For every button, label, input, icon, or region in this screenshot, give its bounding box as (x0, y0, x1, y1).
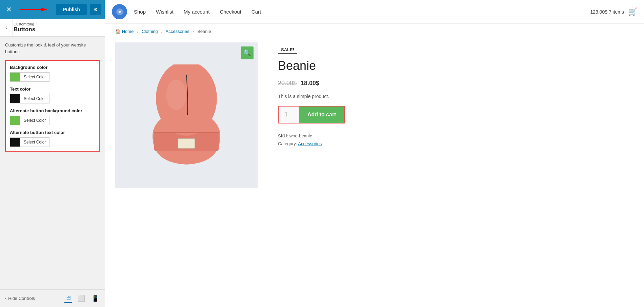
nav-my-account[interactable]: My account (184, 9, 210, 15)
category-label: Category: (278, 141, 297, 146)
site-header: Shop Wishlist My account Checkout Cart 1… (105, 0, 644, 24)
site-nav: Shop Wishlist My account Checkout Cart (134, 9, 261, 15)
breadcrumb-home[interactable]: Home (122, 29, 134, 34)
alt-bg-select-color-button[interactable]: Select Color (20, 116, 49, 125)
product-description: This is a simple product. (278, 94, 634, 99)
breadcrumb-clothing[interactable]: Clothing (142, 29, 158, 34)
nav-checkout[interactable]: Checkout (220, 9, 241, 15)
publish-button[interactable]: Publish (56, 4, 87, 15)
bottom-bar: ‹ Hide Controls 🖥 ⬜ 📱 (0, 289, 105, 307)
product-meta: SKU: woo-beanie Category: Accessories (278, 132, 634, 148)
product-image: 🔍 (115, 42, 258, 188)
price-area: 20.00$ 18.00$ (278, 80, 634, 87)
cart-area: 123.00$ 7 items 🛒 (590, 7, 637, 16)
desktop-icon-button[interactable]: 🖥 (64, 294, 72, 303)
text-color-label: Text color (10, 87, 95, 92)
nav-wishlist[interactable]: Wishlist (156, 9, 174, 15)
customizer-panel: ✕ Publish ⚙ ‹ Customizing Buttons Custom… (0, 0, 105, 307)
text-select-color-button[interactable]: Select Color (20, 94, 49, 103)
new-price: 18.00$ (301, 80, 319, 87)
panel-content: Customize the look & feel of your websit… (0, 37, 105, 289)
arrow-indicator (20, 6, 47, 13)
section-breadcrumb: ‹ Customizing Buttons (0, 19, 105, 37)
site-preview: Shop Wishlist My account Checkout Cart 1… (105, 0, 644, 307)
home-icon: 🏠 (115, 29, 121, 34)
color-section: Background color Select Color Text color… (5, 60, 100, 152)
top-bar: ✕ Publish ⚙ (0, 0, 105, 19)
product-name: Beanie (278, 59, 634, 73)
sku-value: woo-beanie (289, 133, 312, 138)
tablet-icon-button[interactable]: ⬜ (77, 294, 86, 303)
nav-cart[interactable]: Cart (251, 9, 261, 15)
description-text: Customize the look & feel of your websit… (5, 42, 100, 55)
breadcrumb-sep-3: › (193, 29, 194, 34)
cart-icon[interactable]: 🛒 (628, 7, 637, 16)
background-color-row: Background color Select Color (10, 65, 95, 82)
breadcrumb-sep-1: › (137, 29, 138, 34)
quantity-input[interactable] (279, 107, 299, 123)
svg-marker-1 (41, 7, 47, 12)
sku-row: SKU: woo-beanie (278, 132, 634, 140)
category-link[interactable]: Accessories (298, 141, 322, 146)
text-color-swatch[interactable] (10, 94, 20, 103)
svg-rect-7 (178, 138, 195, 149)
cart-price: 123.00$ 7 items (590, 9, 624, 15)
site-logo (112, 4, 127, 19)
text-color-picker: Select Color (10, 94, 95, 103)
device-icons: 🖥 ⬜ 📱 (64, 294, 100, 303)
product-details: SALE! Beanie 20.00$ 18.00$ This is a sim… (278, 42, 634, 188)
hide-controls-button[interactable]: ‹ Hide Controls (5, 296, 35, 301)
alt-bg-color-swatch[interactable] (10, 116, 20, 125)
text-color-row: Text color Select Color (10, 87, 95, 103)
sku-label: SKU: (278, 133, 288, 138)
breadcrumb-current: Beanie (197, 29, 211, 34)
alt-text-color-picker: Select Color (10, 137, 95, 147)
product-area: 🔍 SALE! Beanie (105, 39, 644, 198)
category-row: Category: Accessories (278, 140, 634, 148)
zoom-button[interactable]: 🔍 (241, 46, 254, 59)
alt-text-select-color-button[interactable]: Select Color (20, 137, 49, 147)
background-color-swatch[interactable] (10, 72, 20, 82)
alt-bg-color-label: Alternate button background color (10, 108, 95, 113)
breadcrumb-sep-2: › (161, 29, 162, 34)
back-button[interactable]: ‹ (0, 19, 13, 36)
alt-text-color-row: Alternate button text color Select Color (10, 130, 95, 147)
alt-bg-color-picker: Select Color (10, 116, 95, 125)
cart-items-count: 7 items (609, 9, 624, 15)
svg-point-6 (166, 80, 186, 110)
alt-text-color-swatch[interactable] (10, 137, 20, 147)
breadcrumb-nav: 🏠 Home › Clothing › Accessories › Beanie (105, 24, 644, 39)
section-title: Buttons (14, 26, 100, 33)
background-color-label: Background color (10, 65, 95, 70)
old-price: 20.00$ (278, 80, 297, 87)
breadcrumb-accessories[interactable]: Accessories (165, 29, 189, 34)
hide-controls-label: Hide Controls (8, 296, 35, 301)
add-to-cart-button[interactable]: Add to cart (299, 107, 344, 123)
alt-text-color-label: Alternate button text color (10, 130, 95, 135)
close-button[interactable]: ✕ (3, 4, 15, 15)
gear-button[interactable]: ⚙ (90, 4, 101, 15)
alt-bg-color-row: Alternate button background color Select… (10, 108, 95, 125)
chevron-left-icon: ‹ (5, 296, 6, 301)
background-select-color-button[interactable]: Select Color (20, 72, 49, 82)
customizing-label: Customizing (14, 22, 100, 26)
add-to-cart-section: Add to cart (278, 106, 345, 123)
mobile-icon-button[interactable]: 📱 (91, 294, 100, 303)
beanie-illustration (142, 64, 230, 166)
sale-badge: SALE! (278, 46, 297, 54)
background-color-picker: Select Color (10, 72, 95, 82)
nav-shop[interactable]: Shop (134, 9, 146, 15)
